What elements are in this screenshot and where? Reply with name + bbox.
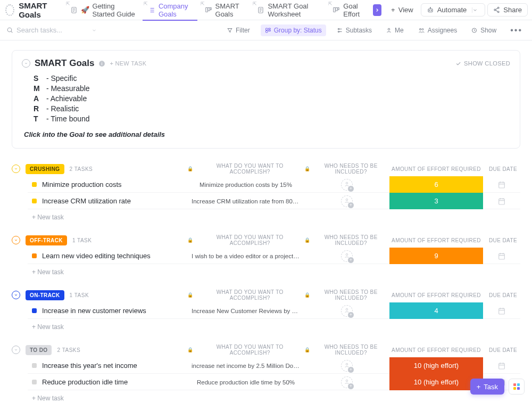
calendar-icon[interactable] bbox=[497, 362, 506, 370]
assignees-button[interactable]: Assignees bbox=[414, 25, 460, 36]
show-button[interactable]: Show bbox=[468, 25, 500, 36]
status-square-icon bbox=[32, 363, 37, 368]
show-closed-button[interactable]: SHOW CLOSED bbox=[455, 60, 510, 67]
svg-rect-6 bbox=[336, 7, 338, 11]
e ffort-cell[interactable]: 4 bbox=[389, 302, 483, 319]
status-square-icon bbox=[32, 199, 37, 203]
add-task-button[interactable]: + New task bbox=[28, 319, 520, 331]
svg-point-33 bbox=[346, 308, 348, 310]
status-pill[interactable]: CRUSHING bbox=[26, 164, 64, 174]
task-count: 1 TASK bbox=[72, 237, 92, 243]
calendar-icon[interactable] bbox=[497, 307, 506, 315]
effort-cell[interactable]: 6 bbox=[389, 176, 483, 193]
more-button[interactable]: ••• bbox=[507, 24, 526, 36]
collapse-group-button[interactable] bbox=[12, 291, 20, 299]
filter-button[interactable]: Filter bbox=[223, 25, 253, 36]
add-assignee-button[interactable] bbox=[341, 195, 353, 207]
tabs-overflow-button[interactable] bbox=[373, 4, 381, 16]
list-icon bbox=[148, 6, 155, 14]
group-offtrack: OFF-TRACK 1 TASK 🔒WHAT DO YOU WANT TO AC… bbox=[12, 233, 520, 276]
status-pill[interactable]: OFF-TRACK bbox=[26, 235, 67, 245]
task-row[interactable]: Increase in new customer reviews Increas… bbox=[28, 302, 520, 319]
collapse-group-button[interactable] bbox=[12, 346, 20, 354]
accomplish-cell: I wish to be a video editor or a project… bbox=[187, 253, 304, 259]
automate-button[interactable]: Automate bbox=[421, 3, 486, 17]
add-assignee-button[interactable] bbox=[341, 179, 353, 191]
tab-getting-started[interactable]: ⇱ 🚀 Getting Started Guide bbox=[65, 0, 140, 20]
info-icon[interactable] bbox=[98, 60, 105, 67]
task-row[interactable]: Minimize production costs Minimize produ… bbox=[28, 176, 520, 193]
svg-rect-7 bbox=[338, 7, 339, 10]
pin-icon: ⇱ bbox=[144, 1, 148, 6]
task-row[interactable]: Learn new video editing techniques I wis… bbox=[28, 248, 520, 264]
svg-point-31 bbox=[346, 253, 348, 256]
hub-icon bbox=[5, 4, 14, 16]
calendar-icon[interactable] bbox=[497, 252, 506, 260]
tab-smart-goals[interactable]: ⇱ SMART Goals bbox=[200, 0, 250, 20]
new-task-fab[interactable]: + Task bbox=[470, 379, 504, 395]
task-row[interactable]: Increase this year's net income increase… bbox=[28, 357, 520, 374]
add-assignee-button[interactable] bbox=[341, 376, 353, 388]
effort-cell[interactable]: 10 (high effort) bbox=[389, 357, 483, 374]
label: Filter bbox=[236, 27, 250, 34]
col-who: 🔒WHO NEEDS TO BE INCLUDED? bbox=[304, 163, 389, 175]
collapse-list-button[interactable] bbox=[22, 59, 30, 68]
add-assignee-button[interactable] bbox=[341, 250, 353, 262]
add-task-button[interactable]: + New task bbox=[28, 390, 520, 402]
add-assignee-button[interactable] bbox=[341, 305, 353, 317]
status-square-icon bbox=[32, 253, 37, 258]
task-row[interactable]: Reduce production idle time Reduce produ… bbox=[28, 374, 520, 390]
svg-point-35 bbox=[346, 363, 348, 365]
effort-cell[interactable]: 9 bbox=[389, 248, 483, 264]
status-pill[interactable]: ON-TRACK bbox=[26, 290, 64, 300]
search-input[interactable] bbox=[16, 26, 80, 34]
list-title: SMART Goals bbox=[35, 58, 94, 69]
effort-cell[interactable]: 3 bbox=[389, 193, 483, 209]
task-name: Increase CRM utilization rate bbox=[42, 197, 131, 205]
status-square-icon bbox=[32, 182, 37, 187]
task-row[interactable]: Increase CRM utilization rate Increase C… bbox=[28, 193, 520, 209]
plus-icon: + bbox=[391, 6, 395, 14]
tab-goal-effort[interactable]: ⇱ Goal Effort bbox=[327, 0, 370, 20]
effort-cell[interactable]: 10 (high effort) bbox=[389, 374, 483, 390]
tab-label: SMART Goals bbox=[215, 2, 245, 18]
accomplish-cell: Increase CRM utilization rate from 80 to… bbox=[187, 198, 304, 204]
ellipsis-icon: ••• bbox=[510, 26, 522, 35]
add-task-button[interactable]: + New task bbox=[28, 264, 520, 276]
svg-rect-25 bbox=[102, 63, 102, 65]
tab-smart-worksheet[interactable]: ⇱ SMART Goal Worksheet bbox=[252, 0, 325, 20]
task-count: 2 TASKS bbox=[70, 166, 93, 172]
col-accomplish: 🔒WHAT DO YOU WANT TO ACCOMPLISH? bbox=[187, 163, 304, 175]
add-assignee-button[interactable] bbox=[341, 360, 353, 372]
collapse-group-button[interactable] bbox=[12, 236, 20, 244]
svg-rect-36 bbox=[499, 363, 505, 369]
rocket-icon: 🚀 bbox=[81, 6, 89, 14]
label: Share bbox=[503, 6, 522, 14]
apps-fab[interactable] bbox=[509, 379, 525, 395]
lock-icon: 🔒 bbox=[304, 292, 310, 298]
collapse-group-button[interactable] bbox=[12, 165, 20, 173]
automate-dropdown[interactable] bbox=[472, 7, 484, 13]
label: Automate bbox=[437, 6, 467, 14]
svg-rect-8 bbox=[428, 9, 433, 12]
calendar-icon[interactable] bbox=[497, 181, 506, 189]
status-pill[interactable]: TO DO bbox=[26, 345, 52, 355]
new-task-inline-button[interactable]: + NEW TASK bbox=[110, 60, 146, 67]
share-button[interactable]: Share bbox=[487, 3, 528, 17]
tab-label: Goal Effort bbox=[343, 2, 364, 18]
svg-rect-5 bbox=[334, 7, 336, 12]
me-button[interactable]: Me bbox=[383, 25, 407, 36]
label: Task bbox=[484, 383, 498, 391]
search-icon bbox=[6, 27, 13, 34]
subtasks-button[interactable]: Subtasks bbox=[334, 25, 375, 36]
tab-company-goals[interactable]: ⇱ Company Goals bbox=[143, 0, 197, 20]
doc-icon bbox=[70, 6, 78, 14]
svg-point-21 bbox=[419, 28, 421, 30]
groupby-button[interactable]: Group by: Status bbox=[261, 24, 326, 36]
search-dropdown[interactable] bbox=[92, 28, 97, 33]
add-task-button[interactable]: + New task bbox=[28, 209, 520, 221]
col-effort: AMOUNT OF EFFORT REQUIRED bbox=[389, 166, 483, 172]
fab-wrap: + Task bbox=[470, 379, 525, 395]
add-view-button[interactable]: + View bbox=[386, 4, 419, 16]
calendar-icon[interactable] bbox=[497, 197, 506, 206]
